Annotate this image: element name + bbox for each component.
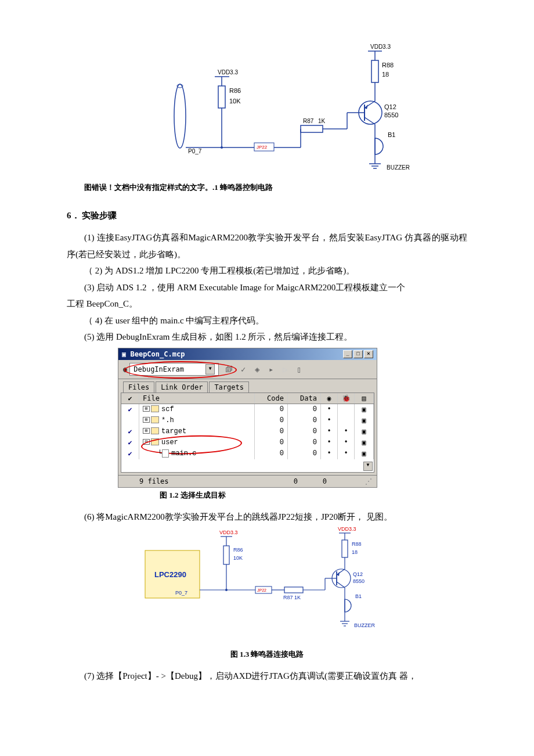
tree-collapse-icon[interactable]: ⊟ (143, 439, 150, 445)
row-end-icon[interactable]: ▣ (355, 426, 374, 437)
vdd33-top-label: VDD3.3 (370, 44, 391, 50)
row-end-icon[interactable]: ▣ (355, 437, 374, 448)
toolbar-icon-5[interactable]: ▷ (280, 365, 290, 374)
scroll-down-icon[interactable]: ▼ (363, 462, 373, 471)
file-row[interactable]: ⊞*.h 0 0 • ▣ (121, 415, 374, 426)
bullet1: • (321, 437, 338, 448)
check-icon: ✔ (128, 428, 132, 436)
figure-1-3-caption: 图 1.3 蜂鸣器连接电路 (67, 649, 467, 660)
bullet2 (338, 404, 355, 415)
chevron-down-icon: ▼ (205, 364, 215, 375)
file-row[interactable]: ✔ ⊞scf 0 0 • ▣ (121, 404, 374, 415)
svg-rect-23 (371, 60, 378, 82)
svg-point-7 (221, 146, 223, 149)
target-dropdown[interactable]: DebugInExram ▼ (129, 363, 219, 376)
tree-expand-icon[interactable]: ⊞ (143, 406, 150, 412)
header-bullet2: 🐞 (338, 393, 355, 404)
toolbar-icon-3[interactable]: ◈ (252, 365, 262, 374)
window-buttons: _ □ × (343, 350, 373, 358)
q12v-2: 8550 (353, 578, 365, 584)
file-name: user (161, 438, 178, 447)
svg-rect-4 (218, 86, 225, 108)
ide-window: ▣ BeepCon_C.mcp _ □ × ◉ DebugInExram ▼ 🗊… (118, 348, 377, 488)
ide-titlebar: ▣ BeepCon_C.mcp _ □ × (118, 348, 377, 360)
toolbar-icon-4[interactable]: ▸ (266, 365, 276, 374)
maximize-button[interactable]: □ (353, 350, 363, 358)
folder-icon (151, 416, 159, 423)
code-size: 0 (255, 426, 288, 437)
data-size: 0 (288, 437, 321, 448)
step-2: （ 2) 为 ADS1.2 增加 LPC2200 专用工程模板(若已增加过，此步… (67, 262, 467, 279)
code-size: 0 (255, 415, 288, 426)
svg-rect-53 (342, 540, 348, 557)
tab-link-order[interactable]: Link Order (156, 381, 208, 393)
bullet2 (338, 415, 355, 426)
row-end-icon[interactable]: ▣ (355, 415, 374, 426)
q12-2: Q12 (353, 571, 363, 577)
footer-data: 0 (301, 477, 330, 485)
r88-label: R88 (382, 62, 394, 69)
code-size: 0 (255, 448, 288, 459)
header-file[interactable]: File (139, 393, 255, 404)
jp22-label: JP22 (257, 145, 268, 150)
ide-title-icon: ▣ (122, 350, 126, 358)
ide-file-list: ✔ File Code Data ◉ 🐞 ▤ ✔ ⊞scf 0 0 • ▣ ⊞*… (121, 393, 374, 473)
bullet1: • (321, 426, 338, 437)
check-icon: ✔ (128, 439, 132, 447)
svg-point-0 (174, 84, 186, 148)
b1-2: B1 (355, 593, 362, 599)
vdd33-left-label: VDD3.3 (218, 69, 238, 75)
file-row[interactable]: ✔ ⊞target 0 0 • • ▣ (121, 426, 374, 437)
step-7: (7) 选择【Project】- >【Debug】，启动AXD进行JTAG仿真调… (67, 668, 467, 685)
ide-title: ▣ BeepCon_C.mcp (122, 350, 185, 358)
tab-files[interactable]: Files (123, 381, 154, 393)
header-check[interactable]: ✔ (121, 393, 139, 404)
header-data[interactable]: Data (288, 393, 321, 404)
r86-2: R86 (233, 547, 243, 553)
ide-toolbar: ◉ DebugInExram ▼ 🗊 ✓ ◈ ▸ ▷ ▯ (118, 360, 377, 379)
r87-label: R87 (303, 118, 314, 124)
row-end-icon[interactable]: ▣ (355, 448, 374, 459)
toolbar-icon-2[interactable]: ✓ (239, 365, 248, 374)
minimize-button[interactable]: _ (343, 350, 352, 358)
header-code[interactable]: Code (255, 393, 288, 404)
folder-icon (151, 438, 159, 445)
section-6-title: 6． 实验步骤 (67, 210, 467, 221)
buzzer-label: BUZZER (387, 164, 410, 171)
step-4: （ 4) 在 user 组中的 main.c 中编写主程序代码。 (67, 312, 467, 329)
p07-label-2: P0_7 (175, 590, 187, 596)
vdd33-l: VDD3.3 (219, 530, 238, 535)
toolbar-icon-6[interactable]: ▯ (294, 365, 304, 374)
header-bullet1: ◉ (321, 393, 338, 404)
tree-expand-icon[interactable]: ⊞ (143, 428, 150, 434)
file-row[interactable]: ✔ └main.c 0 0 • • ▣ (121, 448, 374, 459)
data-size: 0 (288, 415, 321, 426)
toolbar-icon-1[interactable]: 🗊 (225, 365, 234, 374)
folder-icon (151, 427, 159, 434)
tree-expand-icon[interactable]: ⊞ (143, 417, 150, 423)
lpc-label: LPC2290 (154, 570, 186, 579)
file-name: target (161, 427, 186, 435)
bullet2: • (338, 426, 355, 437)
circuit-svg-2: LPC2290 P0_7 VDD3.3 R86 10K JP22 R87 1K (134, 525, 400, 641)
file-name: scf (161, 405, 174, 413)
svg-rect-37 (223, 546, 229, 564)
row-end-icon[interactable]: ▣ (355, 404, 374, 415)
step-1: (1) 连接EasyJTAG仿真器和MagicARM2200教学实验开发平台，然… (67, 229, 467, 262)
r86v-2: 10K (233, 555, 243, 561)
circuit-diagram-2: LPC2290 P0_7 VDD3.3 R86 10K JP22 R87 1K (67, 525, 467, 643)
file-row[interactable]: ✔ ⊟user 0 0 • • ▣ (121, 437, 374, 448)
r86-label: R86 (229, 87, 241, 94)
circuit1-caption: 图错误！文档中没有指定样式的文字。.1 蜂鸣器控制电路 (84, 182, 467, 193)
tab-targets[interactable]: Targets (209, 381, 249, 393)
figure-1-2-caption: 图 1.2 选择生成目标 (160, 490, 467, 501)
close-button[interactable]: × (364, 350, 373, 358)
resize-grip-icon[interactable]: ⋰ (365, 477, 372, 485)
ide-title-text: BeepCon_C.mcp (130, 350, 185, 358)
svg-rect-11 (301, 125, 323, 132)
bullet1: • (321, 404, 338, 415)
r88-2: R88 (352, 541, 362, 547)
code-size: 0 (255, 437, 288, 448)
ide-footer: 9 files 0 0 ⋰ (118, 475, 377, 487)
r87-2: R87 1K (283, 595, 301, 600)
